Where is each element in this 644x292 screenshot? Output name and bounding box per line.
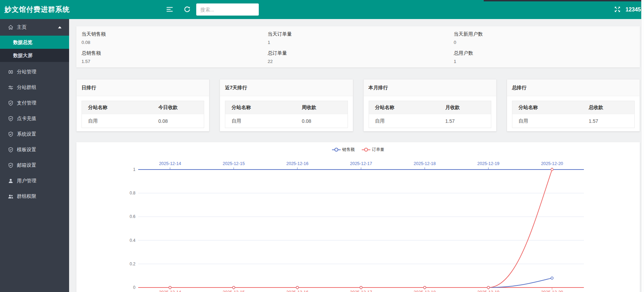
refresh-icon[interactable] xyxy=(183,6,191,13)
shield-check-icon xyxy=(8,162,14,168)
ranking-card-title: 日排行 xyxy=(77,80,209,96)
legend-item-订单量[interactable]: 订单量 xyxy=(362,147,385,153)
svg-text:2025-12-14: 2025-12-14 xyxy=(159,290,181,292)
shield-check-icon xyxy=(8,147,14,153)
ranking-table: 分站名称总收款自用1.57 xyxy=(512,101,635,128)
fullscreen-icon[interactable] xyxy=(614,6,621,13)
sidebar-item-mailbox-settings[interactable]: 邮箱设置 xyxy=(0,157,69,173)
users-icon xyxy=(8,193,14,200)
sidebar-item-home[interactable]: 主页 xyxy=(0,19,69,36)
svg-text:0.4: 0.4 xyxy=(130,238,135,243)
sales-chart-card: 销售额 订单量 00.20.40.60.812025-12-142025-12-… xyxy=(76,142,640,292)
username[interactable]: 12345 xyxy=(626,0,641,19)
ranking-table-header: 总收款 xyxy=(583,101,635,114)
table-row: 自用0.08 xyxy=(82,114,204,128)
svg-text:2025-12-16: 2025-12-16 xyxy=(286,290,309,292)
ranking-card-body: 分站名称总收款自用1.57 xyxy=(507,96,640,133)
ranking-card-daily: 日排行分站名称今日收款自用0.08 xyxy=(76,79,209,131)
sidebar-item-substation-management[interactable]: 分站管理 xyxy=(0,64,69,80)
sidebar-subitem-data-overview[interactable]: 数据总览 xyxy=(0,36,69,49)
legend-marker xyxy=(362,148,370,152)
sidebar-subitem-data-screen[interactable]: 数据大屏 xyxy=(0,49,69,62)
search-input[interactable] xyxy=(196,3,259,16)
stat-label: 总销售额 xyxy=(82,50,268,56)
sidebar-submenu-home: 数据总览数据大屏 xyxy=(0,36,69,62)
table-cell: 0.08 xyxy=(152,114,204,128)
svg-text:0.2: 0.2 xyxy=(130,262,135,266)
ranking-card-week: 近7天排行分站名称周收款自用0.08 xyxy=(220,79,353,131)
svg-text:2025-12-17: 2025-12-17 xyxy=(350,161,372,166)
chart-legend: 销售额 订单量 xyxy=(76,147,640,153)
sidebar-item-payment-management[interactable]: 支付管理 xyxy=(0,95,69,111)
sidebar-nav: 主页数据总览数据大屏分站管理分站群组支付管理点卡充值系统设置模板设置邮箱设置用户… xyxy=(0,19,69,292)
svg-text:2025-12-15: 2025-12-15 xyxy=(222,290,245,292)
stat-column-0: 当天销售额0.08总销售额1.57 xyxy=(82,31,268,67)
ranking-table-header: 今日收款 xyxy=(152,101,204,114)
ranking-cards-row: 日排行分站名称今日收款自用0.08近7天排行分站名称周收款自用0.08本月排行分… xyxy=(76,79,640,131)
svg-text:0: 0 xyxy=(133,285,135,290)
ranking-card-total: 总排行分站名称总收款自用1.57 xyxy=(507,79,640,131)
sidebar-item-label: 系统设置 xyxy=(17,131,36,137)
ranking-table-header: 周收款 xyxy=(295,101,348,114)
table-cell: 自用 xyxy=(82,114,152,128)
stat-label: 当天销售额 xyxy=(82,31,268,37)
sidebar-item-user-management[interactable]: 用户管理 xyxy=(0,173,69,189)
legend-item-销售额[interactable]: 销售额 xyxy=(332,147,355,153)
svg-text:2025-12-19: 2025-12-19 xyxy=(477,290,500,292)
sidebar-item-label: 分站管理 xyxy=(17,69,36,75)
ranking-table: 分站名称周收款自用0.08 xyxy=(225,101,348,128)
menu-toggle-icon[interactable] xyxy=(166,6,173,13)
sidebar-item-system-settings[interactable]: 系统设置 xyxy=(0,126,69,142)
table-cell: 1.57 xyxy=(439,114,491,128)
stat-value: 0.08 xyxy=(82,40,268,45)
stat-label: 当天订单量 xyxy=(268,31,454,37)
app-title: 妙文馆付费进群系统 xyxy=(4,0,70,19)
sales-chart[interactable]: 00.20.40.60.812025-12-142025-12-152025-1… xyxy=(76,142,640,292)
sidebar-item-label: 群组权限 xyxy=(17,193,36,200)
svg-text:0.6: 0.6 xyxy=(130,214,135,219)
ranking-card-body: 分站名称今日收款自用0.08 xyxy=(77,96,209,133)
app-header: 妙文馆付费进群系统 12345 xyxy=(0,0,641,19)
table-cell: 自用 xyxy=(369,114,439,128)
ranking-card-title: 总排行 xyxy=(507,80,640,96)
svg-text:2025-12-14: 2025-12-14 xyxy=(159,161,181,166)
columns-icon xyxy=(8,69,14,75)
table-row: 自用1.57 xyxy=(512,114,634,128)
table-cell: 0.08 xyxy=(295,114,348,128)
svg-text:2025-12-18: 2025-12-18 xyxy=(414,161,436,166)
svg-text:2025-12-16: 2025-12-16 xyxy=(286,161,309,166)
sidebar-item-label: 分站群组 xyxy=(17,84,36,91)
ranking-table-header: 月收款 xyxy=(439,101,491,114)
sidebar-item-label: 支付管理 xyxy=(17,100,36,106)
ranking-card-title: 近7天排行 xyxy=(220,80,352,96)
ranking-table: 分站名称月收款自用1.57 xyxy=(369,101,491,128)
svg-text:2025-12-20: 2025-12-20 xyxy=(541,290,563,292)
sidebar-item-label: 主页 xyxy=(17,24,27,30)
caret-up-icon xyxy=(58,26,61,28)
ranking-table-header: 分站名称 xyxy=(225,101,296,114)
svg-text:2025-12-15: 2025-12-15 xyxy=(222,161,245,166)
table-row: 自用1.57 xyxy=(369,114,491,128)
ranking-card-title: 本月排行 xyxy=(364,80,496,96)
stat-label: 总用户数 xyxy=(454,50,640,56)
ranking-table-header: 分站名称 xyxy=(512,101,583,114)
table-cell: 1.57 xyxy=(583,114,635,128)
scrollbar-track[interactable] xyxy=(641,0,644,292)
stat-column-1: 当天订单量1总订单量22 xyxy=(268,31,454,67)
table-cell: 自用 xyxy=(512,114,583,128)
sidebar-item-label: 用户管理 xyxy=(17,178,36,184)
table-cell: 自用 xyxy=(225,114,296,128)
home-icon xyxy=(8,24,14,30)
svg-text:0.8: 0.8 xyxy=(130,191,135,195)
shield-check-icon xyxy=(8,100,14,106)
sidebar-item-substation-groups[interactable]: 分站群组 xyxy=(0,80,69,95)
stat-column-2: 当天新用户数0总用户数1 xyxy=(454,31,640,67)
sidebar-item-template-settings[interactable]: 模板设置 xyxy=(0,142,69,157)
stat-value: 1 xyxy=(268,40,454,45)
ranking-card-body: 分站名称月收款自用1.57 xyxy=(364,96,496,133)
ranking-table: 分站名称今日收款自用0.08 xyxy=(82,101,204,128)
sidebar-item-group-permissions[interactable]: 群组权限 xyxy=(0,189,69,204)
ranking-table-header: 分站名称 xyxy=(369,101,439,114)
legend-label: 订单量 xyxy=(372,147,385,153)
sidebar-item-card-recharge[interactable]: 点卡充值 xyxy=(0,111,69,126)
